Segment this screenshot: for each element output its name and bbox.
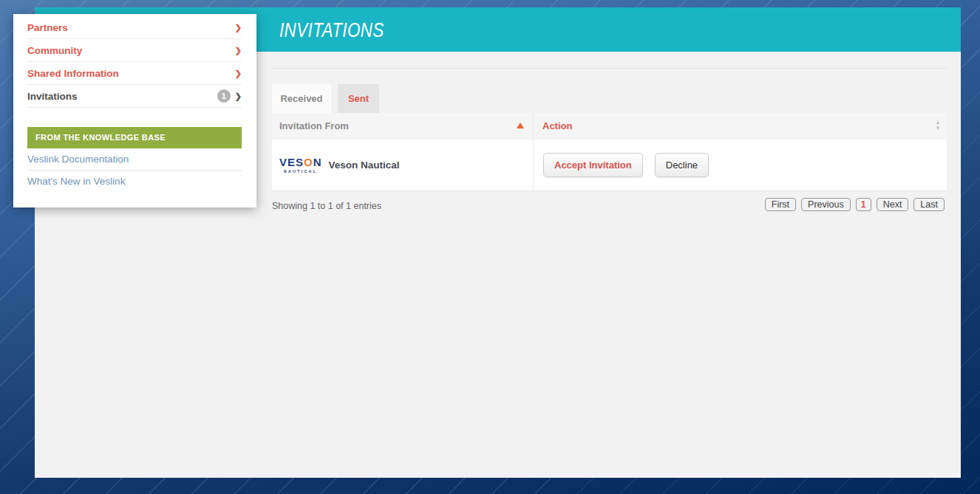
chevron-right-icon: ❯ — [235, 46, 242, 55]
column-header-invitation-from[interactable]: Invitation From — [272, 113, 534, 140]
entries-summary: Showing 1 to 1 of 1 entries — [272, 201, 381, 211]
partner-name: Veson Nautical — [329, 159, 400, 171]
logo-subtext: NAUTICAL — [279, 170, 322, 174]
sidebar-item-label: Invitations — [27, 91, 217, 102]
pagination-page-1-button[interactable]: 1 — [856, 198, 871, 211]
knowledge-base-header: FROM THE KNOWLEDGE BASE — [27, 127, 242, 148]
sidebar-item-shared-information[interactable]: Shared Information ❯ — [27, 62, 242, 85]
invitation-from-cell: VESON NAUTICAL Veson Nautical — [272, 140, 534, 191]
sidebar-item-community[interactable]: Community ❯ — [27, 39, 242, 62]
link-veslink-documentation[interactable]: Veslink Documentation — [27, 148, 242, 171]
sidebar-item-label: Partners — [27, 22, 235, 33]
sidebar-item-partners[interactable]: Partners ❯ — [27, 16, 242, 39]
table-row: VESON NAUTICAL Veson Nautical Accept Inv… — [272, 140, 947, 191]
sidebar-item-label: Community — [27, 45, 235, 56]
chevron-right-icon: ❯ — [235, 69, 242, 78]
pagination-previous-button[interactable]: Previous — [801, 198, 851, 211]
invitations-count-badge: 1 — [217, 89, 231, 103]
table-header: Invitation From Action ▲▼ — [272, 113, 947, 140]
pagination-next-button[interactable]: Next — [877, 198, 909, 211]
sidebar-menu-card: Partners ❯ Community ❯ Shared Informatio… — [13, 14, 256, 207]
veson-nautical-logo: VESON NAUTICAL — [279, 157, 322, 174]
table-footer: Showing 1 to 1 of 1 entries First Previo… — [272, 198, 947, 216]
accept-invitation-button[interactable]: Accept Invitation — [543, 153, 643, 177]
pagination-first-button[interactable]: First — [765, 198, 796, 211]
sort-ascending-icon[interactable] — [517, 123, 524, 128]
chevron-right-icon: ❯ — [235, 92, 242, 101]
tab-sent[interactable]: Sent — [338, 84, 379, 113]
page-title: INVITATIONS — [279, 18, 384, 42]
main-content: Received Sent Invitation From Action ▲▼ … — [272, 52, 947, 478]
link-whats-new-in-veslink[interactable]: What's New in Veslink — [27, 171, 242, 193]
sort-both-icon[interactable]: ▲▼ — [935, 120, 941, 131]
pagination-last-button[interactable]: Last — [913, 198, 945, 211]
sidebar-item-invitations[interactable]: Invitations 1 ❯ — [27, 85, 242, 108]
column-header-action[interactable]: Action — [534, 113, 947, 140]
sidebar-item-label: Shared Information — [27, 68, 235, 79]
chevron-right-icon: ❯ — [235, 23, 242, 32]
tab-received[interactable]: Received — [272, 84, 331, 113]
tab-bar: Received Sent — [272, 84, 947, 113]
pagination: First Previous 1 Next Last — [760, 198, 945, 211]
top-divider — [272, 68, 947, 69]
decline-button[interactable]: Decline — [655, 153, 709, 177]
action-cell: Accept Invitation Decline — [534, 140, 947, 191]
logo-text: VESON — [279, 156, 322, 168]
